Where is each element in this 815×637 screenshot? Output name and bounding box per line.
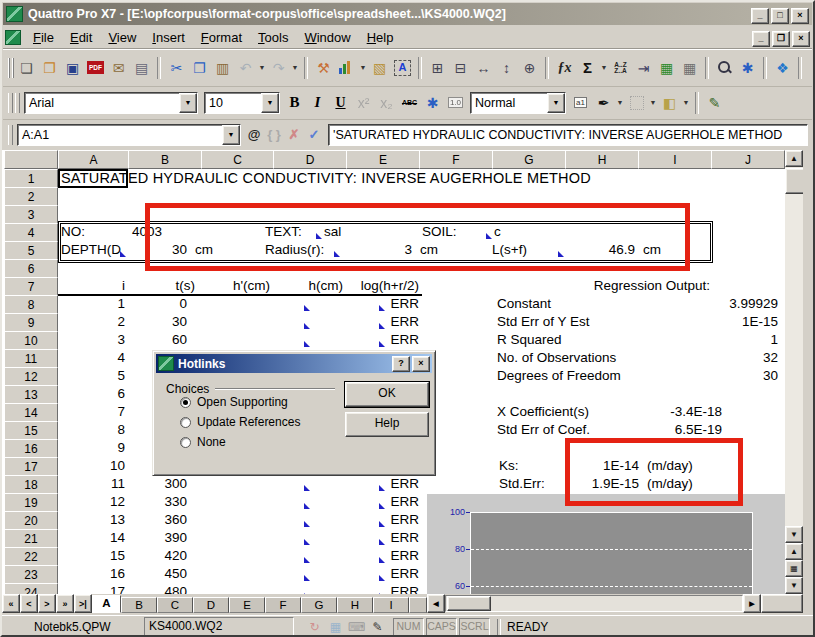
underline-icon[interactable]: U (329, 91, 352, 114)
formula-input[interactable]: 'SATURATED HYDRAULIC CONDUCTIVITY: INVER… (328, 124, 808, 146)
cell[interactable]: 12 (110, 494, 125, 511)
cell[interactable]: ERR (390, 584, 419, 594)
radio-button-selected[interactable] (180, 397, 191, 408)
text-box-icon[interactable]: A (391, 56, 414, 79)
row-header-2[interactable]: 2 (4, 187, 58, 206)
sheet-tab-I[interactable]: I (373, 597, 409, 613)
radio-button[interactable] (180, 417, 191, 428)
row-header-10[interactable]: 10 (4, 331, 58, 350)
tab-last-active-button[interactable]: >| (74, 594, 92, 613)
cell[interactable]: No. of Observations (497, 350, 616, 367)
column-header-E[interactable]: E (346, 150, 420, 169)
pane-top-button[interactable]: ▲ (785, 543, 803, 560)
row-header-18[interactable]: 18 (4, 475, 58, 494)
cell[interactable]: 4 (117, 350, 125, 367)
new-document-icon[interactable]: ❏ (15, 56, 38, 79)
menu-file[interactable]: File (25, 28, 62, 47)
sheet-tab-D[interactable]: D (193, 597, 229, 613)
sheet-tab-A[interactable]: A (92, 595, 121, 613)
text-orientation-icon[interactable]: a1 (569, 91, 592, 114)
menu-format[interactable]: Format (193, 28, 250, 47)
cell[interactable]: 450 (164, 566, 187, 583)
pane-grid-button[interactable]: ▦ (785, 560, 803, 577)
print-icon[interactable]: ▤ (130, 56, 153, 79)
cell[interactable]: R Squared (497, 332, 562, 349)
cell[interactable]: i (122, 278, 125, 295)
sheet-tab-stub[interactable] (409, 597, 427, 613)
column-header-J[interactable]: J (711, 150, 785, 169)
radio-option[interactable]: Open Supporting (180, 395, 288, 409)
sheet-tab-G[interactable]: G (301, 597, 337, 613)
italic-icon[interactable]: I (306, 91, 329, 114)
fit-both-icon[interactable]: ⊕ (518, 56, 541, 79)
row-header-5[interactable]: 5 (4, 241, 58, 260)
row-header-14[interactable]: 14 (4, 403, 58, 422)
cell[interactable]: ERR (390, 476, 419, 493)
drag-handle-icon[interactable] (15, 93, 20, 113)
insert-picture-icon[interactable]: ▧ (368, 56, 391, 79)
embedded-chart[interactable]: 1008060 (427, 494, 785, 594)
mdi-close-button[interactable]: × (792, 31, 810, 47)
cell[interactable]: 30 (763, 368, 778, 385)
scroll-down-button[interactable]: ▼ (785, 526, 803, 543)
tab-next-button[interactable]: > (38, 594, 56, 613)
row-header-4[interactable]: 4 (4, 223, 58, 242)
cell[interactable]: 15 (110, 548, 125, 565)
row-header-15[interactable]: 15 (4, 421, 58, 440)
chevron-down-icon[interactable]: ▼ (290, 56, 300, 79)
drag-handle-icon[interactable] (8, 93, 13, 113)
sheet-tab-E[interactable]: E (229, 597, 265, 613)
row-header-17[interactable]: 17 (4, 457, 58, 476)
chevron-down-icon[interactable]: ▼ (599, 56, 609, 79)
dialog-help-button[interactable]: ? (392, 356, 410, 372)
sheet-tab-C[interactable]: C (157, 597, 193, 613)
cell[interactable]: 14 (110, 530, 125, 547)
cell[interactable]: 420 (164, 548, 187, 565)
cut-icon[interactable]: ✂ (165, 56, 188, 79)
cell[interactable]: 330 (164, 494, 187, 511)
menu-edit[interactable]: Edit (62, 28, 100, 47)
cell[interactable]: 16 (110, 566, 125, 583)
cell[interactable]: NO: (61, 224, 85, 241)
send-mail-icon[interactable]: ✉ (107, 56, 130, 79)
formula-composer-icon[interactable]: ƒx (553, 56, 576, 79)
cell[interactable]: 1 (770, 332, 778, 349)
cell[interactable]: 0 (179, 296, 187, 313)
row-header-21[interactable]: 21 (4, 529, 58, 548)
quicksum-icon[interactable]: Σ (576, 56, 599, 79)
dialog-close-button[interactable]: × (412, 356, 430, 372)
horizontal-scrollbar[interactable] (445, 595, 743, 612)
row-header-6[interactable]: 6 (4, 259, 58, 278)
open-icon[interactable]: ❐ (38, 56, 61, 79)
copy-icon[interactable]: ❐ (188, 56, 211, 79)
cell[interactable]: ERR (390, 296, 419, 313)
horizontal-scroll-thumb[interactable] (447, 596, 491, 611)
cell[interactable]: Std Err of Coef. (497, 422, 590, 439)
pane-bottom-button[interactable]: ▼ (785, 577, 803, 594)
cell[interactable]: Std Err of Y Est (497, 314, 590, 331)
cell[interactable]: 360 (164, 512, 187, 529)
row-header-23[interactable]: 23 (4, 565, 58, 584)
ok-button[interactable]: OK (345, 382, 429, 407)
cell[interactable]: 3.99929 (729, 296, 778, 313)
cell[interactable]: h(cm) (309, 278, 344, 295)
row-header-12[interactable]: 12 (4, 367, 58, 386)
font-combo[interactable]: Arial▼ (24, 92, 198, 114)
row-header-8[interactable]: 8 (4, 295, 58, 314)
superscript-icon[interactable]: x² (352, 91, 375, 114)
row-header-19[interactable]: 19 (4, 493, 58, 512)
menu-view[interactable]: View (100, 28, 144, 47)
chevron-down-icon[interactable]: ▼ (257, 56, 267, 79)
confirm-button[interactable]: ✓ (304, 124, 324, 146)
cell[interactable]: SATURATED HYDRAULIC CONDUCTIVITY: INVERS… (61, 170, 591, 187)
cell[interactable]: 8 (117, 422, 125, 439)
column-header-I[interactable]: I (638, 150, 712, 169)
sort-icon[interactable]: A..Z Z..A (609, 56, 632, 79)
sheet-tab-H[interactable]: H (337, 597, 373, 613)
cell[interactable]: DEPTH(D (61, 242, 121, 259)
tab-first-button[interactable]: « (2, 594, 20, 613)
help-button[interactable]: Help (345, 412, 429, 437)
cell[interactable]: Degrees of Freedom (497, 368, 621, 385)
vertical-scrollbar[interactable]: ▲▼▲▦▼ (785, 150, 803, 594)
launch-icon[interactable]: ➤ (806, 56, 815, 79)
